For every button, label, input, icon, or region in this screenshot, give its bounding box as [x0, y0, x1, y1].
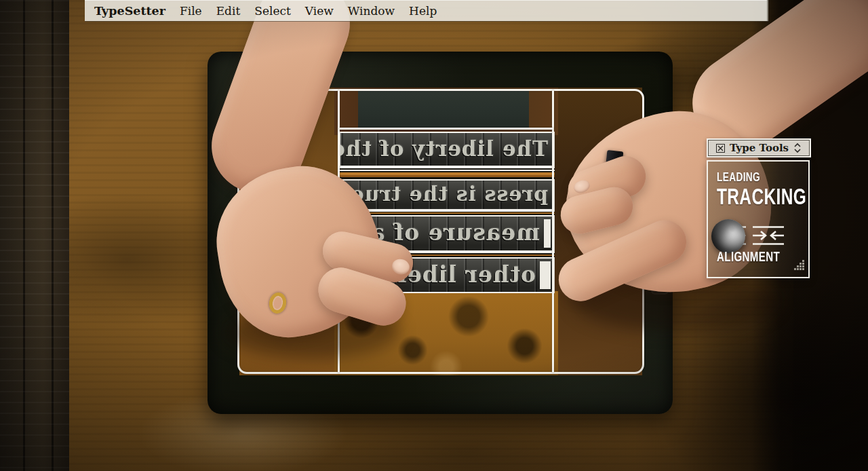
typesetter-screen: The liberty of the press is the true mea…: [0, 0, 868, 471]
resize-grip[interactable]: [792, 258, 806, 274]
floor-planks: [0, 0, 79, 471]
app-menu-title[interactable]: TypeSetter: [94, 4, 165, 18]
menu-help[interactable]: Help: [409, 4, 437, 18]
palette-header[interactable]: Type Tools: [707, 138, 811, 157]
menu-window[interactable]: Window: [348, 4, 395, 18]
menu-bar: TypeSetter File Edit Select View Window …: [85, 0, 768, 21]
menu-select[interactable]: Select: [254, 4, 291, 18]
menu-view[interactable]: View: [305, 4, 334, 18]
palette-title: Type Tools: [730, 142, 789, 154]
menu-edit[interactable]: Edit: [216, 4, 241, 18]
collapse-stepper-icon[interactable]: [793, 143, 802, 153]
right-margin-guide: [552, 90, 554, 373]
tool-tracking[interactable]: TRACKING: [717, 183, 806, 210]
decrease-tracking-icon[interactable]: [751, 225, 785, 248]
type-tools-palette: LEADING TRACKING: [707, 160, 810, 278]
tool-alignment[interactable]: ALIGNMENT: [717, 248, 780, 265]
top-text-guide: [339, 128, 553, 130]
tool-leading[interactable]: LEADING: [717, 170, 760, 185]
menu-file[interactable]: File: [180, 4, 202, 18]
close-checkbox-icon[interactable]: [716, 144, 725, 153]
